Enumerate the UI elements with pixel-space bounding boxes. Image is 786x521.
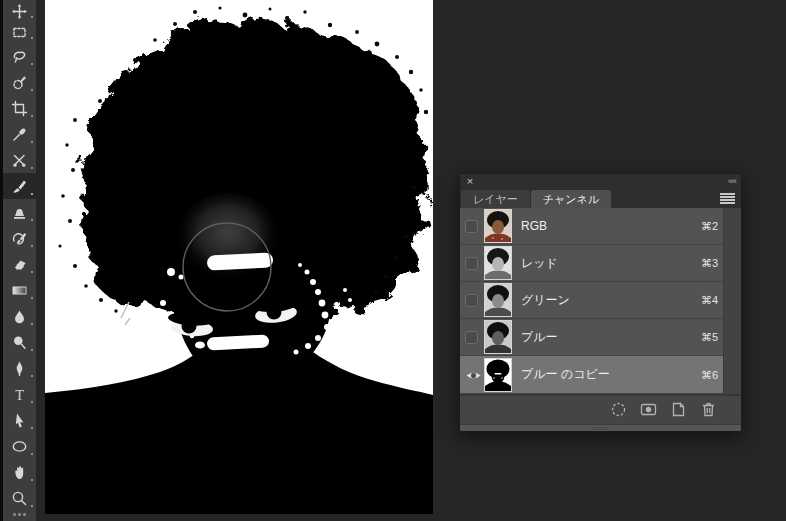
channel-label: グリーン [521,292,570,309]
quick-selection-tool-icon[interactable] [3,69,36,95]
channels-panel: × «« レイヤー チャンネル RGB ⌘2 レッド [459,173,742,432]
channel-thumbnail[interactable] [484,209,512,243]
channel-row-green[interactable]: グリーン ⌘4 [460,282,725,319]
close-icon[interactable]: × [464,174,476,188]
channel-shortcut: ⌘2 [701,220,718,233]
visibility-toggle[interactable] [465,257,478,270]
delete-channel-icon[interactable] [700,401,717,418]
healing-brush-tool-icon[interactable] [3,147,36,173]
clone-stamp-tool-icon[interactable] [3,199,36,225]
toolbar-overflow-dots[interactable] [13,513,27,516]
panel-titlebar: × «« [460,174,741,188]
move-tool-icon[interactable] [3,1,36,22]
history-brush-tool-icon[interactable] [3,225,36,251]
channel-row-blue[interactable]: ブルー ⌘5 [460,319,725,356]
collapse-panel-icon[interactable]: «« [728,174,736,188]
channel-shortcut: ⌘4 [701,294,718,307]
dodge-tool-icon[interactable] [3,329,36,355]
panel-tab-row: レイヤー チャンネル [460,188,741,208]
zoom-tool-icon[interactable] [3,485,36,511]
tool-palette: T [0,0,36,521]
eraser-tool-icon[interactable] [3,251,36,277]
panel-resize-bar[interactable] [460,424,741,431]
path-selection-tool-icon[interactable] [3,407,36,433]
document-canvas[interactable] [45,0,433,514]
channel-thumbnail[interactable] [484,358,512,392]
new-channel-icon[interactable] [670,401,687,418]
panel-scrollbar[interactable] [723,208,741,394]
document-artwork [45,0,433,514]
eyedropper-tool-icon[interactable] [3,121,36,147]
channel-thumbnail[interactable] [484,246,512,280]
brush-tool-icon[interactable] [3,173,36,199]
load-channel-as-selection-icon[interactable] [610,401,627,418]
tab-layers[interactable]: レイヤー [461,190,530,208]
channel-row-blue-copy[interactable]: ブルー のコピー ⌘6 [460,356,725,393]
channel-thumbnail[interactable] [484,283,512,317]
lasso-tool-icon[interactable] [3,43,36,69]
channel-shortcut: ⌘3 [701,257,718,270]
visibility-toggle[interactable] [465,294,478,307]
channel-label: ブルー [521,329,558,346]
channel-row-red[interactable]: レッド ⌘3 [460,245,725,282]
type-tool-icon[interactable]: T [3,381,36,407]
visibility-toggle[interactable] [465,220,478,233]
channel-shortcut: ⌘5 [701,331,718,344]
svg-text:T: T [15,387,24,402]
channel-label: ブルー のコピー [521,366,610,383]
blur-tool-icon[interactable] [3,303,36,329]
channel-row-rgb[interactable]: RGB ⌘2 [460,208,725,245]
save-selection-as-channel-icon[interactable] [640,401,657,418]
ellipse-tool-icon[interactable] [3,433,36,459]
visibility-eye-icon[interactable] [465,368,482,381]
channel-list: RGB ⌘2 レッド ⌘3 グリーン ⌘4 [460,208,741,394]
channel-thumbnail[interactable] [484,320,512,354]
crop-tool-icon[interactable] [3,95,36,121]
gradient-tool-icon[interactable] [3,277,36,303]
pen-tool-icon[interactable] [3,355,36,381]
marquee-tool-icon[interactable] [3,22,36,43]
panel-menu-icon[interactable] [720,193,735,204]
channel-label: RGB [521,219,547,233]
hand-tool-icon[interactable] [3,459,36,485]
tab-channels[interactable]: チャンネル [531,190,611,208]
panel-footer [460,394,741,431]
visibility-toggle[interactable] [465,331,478,344]
channel-label: レッド [521,255,558,272]
channel-shortcut: ⌘6 [701,368,718,381]
